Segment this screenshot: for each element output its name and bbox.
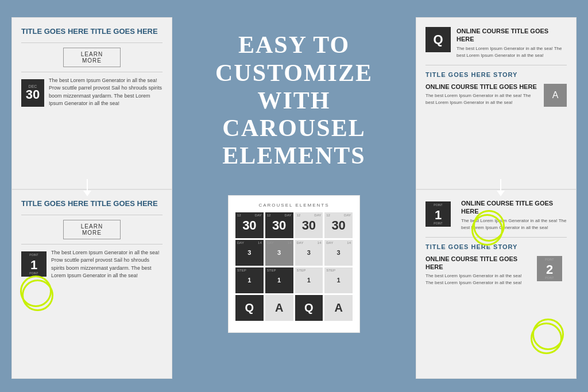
top-left-card: TITLE GOES HERE TITLE GOES HERE LEARN MO… [11,17,172,189]
bottom-right-top-text: The best Lorem Ipsum Generator in all th… [461,218,567,231]
grid-cell-r1c1: 12 DAY 30 [235,212,264,238]
grid-cell-r4c3: Q [295,295,323,321]
grid-cell-r2c4: DAY 14 3 [324,240,353,266]
grid-cell-r4c2: A [265,295,293,321]
grid-cell-r1c4: 12 DAY 30 [324,212,353,238]
bottom-right-card: POINT 1 POINT ONLINE COURSE TITLE GOES H… [416,189,577,379]
carousel-grid: 12 DAY 30 12 DAY 30 12 DAY 30 12 DAY [235,212,353,321]
top-right-story-title: TITLE GOES HERE STORY [425,71,567,78]
bottom-left-card: TITLE GOES HERE TITLE GOES HERE LEARN MO… [11,189,172,379]
grid-cell-r2c2: DAY 14 3 [265,240,293,266]
center-top: EASY TO CUSTOMIZE WITH CAROUSEL ELEMENTS [178,11,410,189]
grid-cell-r3c2: STEP 1 [265,267,293,293]
top-right-bottom-text: The best Lorem Ipsum Generator in all th… [425,92,539,106]
bottom-right-badge-1: POINT 1 POINT [425,201,451,227]
badge-number: 1 [30,259,37,271]
bottom-right-top-item: POINT 1 POINT ONLINE COURSE TITLE GOES H… [425,199,567,238]
top-left-card-title: TITLE GOES HERE TITLE GOES HERE [21,27,163,37]
top-right-bottom-item: ONLINE COURSE TITLE GOES HERE The best L… [425,83,567,107]
top-right-bottom-title: ONLINE COURSE TITLE GOES HERE [425,83,539,91]
grid-cell-r3c4: STEP 1 [324,267,353,293]
date-day: 30 [26,88,40,101]
main-headline: EASY TO CUSTOMIZE WITH CAROUSEL ELEMENTS [215,31,373,169]
bottom-right-story-title: TITLE GOES HERE STORY [425,243,567,250]
point-label-bottom: POINT [29,271,38,275]
grid-cell-r4c4: A [324,295,353,321]
point-label-top: POINT [21,253,47,257]
grid-cell-r2c1: DAY 14 3 [235,240,264,266]
bottom-right-badge-2: POINT 2 POINT [537,256,562,281]
grid-cell-r4c1: Q [235,295,264,321]
grid-cell-r3c1: STEP 1 [235,267,264,293]
bottom-right-bottom-title: ONLINE COURSE TITLE GOES HERE [425,255,529,271]
grid-cell-r3c3: STEP 1 [295,267,323,293]
bottom-left-learn-more-button[interactable]: LEARN MORE [63,220,121,239]
top-right-icon-q: Q [425,27,451,52]
top-left-learn-more-button[interactable]: LEARN MORE [63,48,121,67]
top-right-item-title: ONLINE COURSE TITLE GOES HERE [457,27,567,44]
top-left-date-badge: DEC 30 [21,79,44,107]
top-right-item-text: The best Lorem Ipsum Generator in all th… [457,45,567,59]
grid-cell-r1c2: 12 DAY 30 [265,212,293,238]
bottom-right-top-title: ONLINE COURSE TITLE GOES HERE [461,199,567,216]
top-right-card: Q ONLINE COURSE TITLE GOES HERE The best… [416,17,577,189]
arrow-left [83,179,91,196]
grid-cell-r1c3: 12 DAY 30 [295,212,323,238]
bottom-right-bottom-text: The best Lorem Ipsum Generator in all th… [425,273,529,286]
top-right-icon-a: A [544,84,567,107]
top-right-top-item: Q ONLINE COURSE TITLE GOES HERE The best… [425,27,567,65]
carousel-grid-label: CAROUSEL ELEMENTS [235,203,353,208]
arrow-right [497,179,505,196]
grid-cell-r2c3: DAY 14 3 [295,240,323,266]
center-bottom: CAROUSEL ELEMENTS 12 DAY 30 12 DAY 30 12… [178,189,410,385]
bottom-left-number-badge: POINT 1 POINT [21,251,47,277]
bottom-left-card-title: TITLE GOES HERE TITLE GOES HERE [21,199,163,209]
carousel-grid-card: CAROUSEL ELEMENTS 12 DAY 30 12 DAY 30 12… [228,195,360,333]
bottom-right-bottom-item: ONLINE COURSE TITLE GOES HERE The best L… [425,255,567,287]
